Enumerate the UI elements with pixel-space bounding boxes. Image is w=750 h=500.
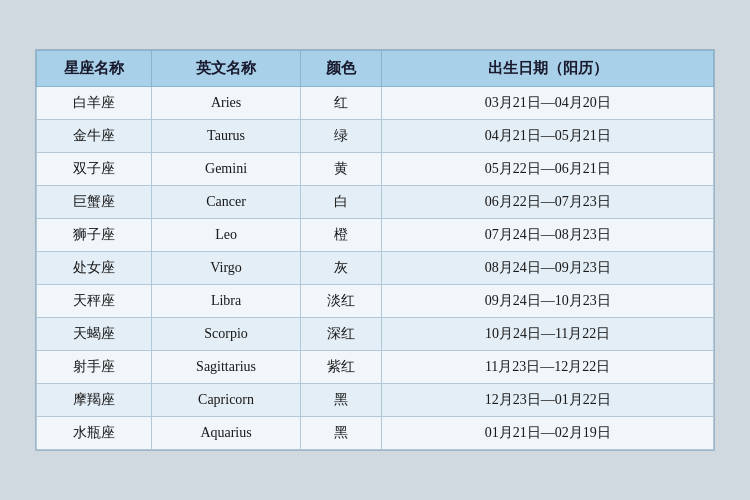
table-header-row: 星座名称 英文名称 颜色 出生日期（阳历） (37, 51, 714, 87)
cell-zh: 水瓶座 (37, 417, 152, 450)
table-row: 射手座Sagittarius紫红11月23日—12月22日 (37, 351, 714, 384)
cell-date: 09月24日—10月23日 (382, 285, 714, 318)
header-date: 出生日期（阳历） (382, 51, 714, 87)
cell-en: Sagittarius (152, 351, 301, 384)
cell-color: 白 (301, 186, 382, 219)
cell-date: 03月21日—04月20日 (382, 87, 714, 120)
cell-color: 橙 (301, 219, 382, 252)
cell-date: 06月22日—07月23日 (382, 186, 714, 219)
zodiac-table-container: 星座名称 英文名称 颜色 出生日期（阳历） 白羊座Aries红03月21日—04… (35, 49, 715, 451)
table-row: 摩羯座Capricorn黑12月23日—01月22日 (37, 384, 714, 417)
cell-en: Gemini (152, 153, 301, 186)
cell-color: 淡红 (301, 285, 382, 318)
table-row: 处女座Virgo灰08月24日—09月23日 (37, 252, 714, 285)
cell-date: 01月21日—02月19日 (382, 417, 714, 450)
cell-en: Aquarius (152, 417, 301, 450)
table-row: 巨蟹座Cancer白06月22日—07月23日 (37, 186, 714, 219)
cell-en: Libra (152, 285, 301, 318)
cell-zh: 天蝎座 (37, 318, 152, 351)
cell-color: 黄 (301, 153, 382, 186)
cell-date: 08月24日—09月23日 (382, 252, 714, 285)
cell-en: Scorpio (152, 318, 301, 351)
zodiac-table: 星座名称 英文名称 颜色 出生日期（阳历） 白羊座Aries红03月21日—04… (36, 50, 714, 450)
cell-zh: 巨蟹座 (37, 186, 152, 219)
cell-zh: 天秤座 (37, 285, 152, 318)
cell-color: 红 (301, 87, 382, 120)
cell-color: 黑 (301, 384, 382, 417)
cell-en: Aries (152, 87, 301, 120)
table-row: 金牛座Taurus绿04月21日—05月21日 (37, 120, 714, 153)
cell-color: 灰 (301, 252, 382, 285)
table-row: 双子座Gemini黄05月22日—06月21日 (37, 153, 714, 186)
cell-en: Cancer (152, 186, 301, 219)
cell-color: 紫红 (301, 351, 382, 384)
cell-zh: 双子座 (37, 153, 152, 186)
cell-zh: 金牛座 (37, 120, 152, 153)
cell-color: 绿 (301, 120, 382, 153)
cell-date: 11月23日—12月22日 (382, 351, 714, 384)
table-row: 天蝎座Scorpio深红10月24日—11月22日 (37, 318, 714, 351)
table-row: 天秤座Libra淡红09月24日—10月23日 (37, 285, 714, 318)
cell-color: 黑 (301, 417, 382, 450)
cell-zh: 白羊座 (37, 87, 152, 120)
cell-zh: 摩羯座 (37, 384, 152, 417)
table-row: 白羊座Aries红03月21日—04月20日 (37, 87, 714, 120)
cell-zh: 射手座 (37, 351, 152, 384)
cell-zh: 狮子座 (37, 219, 152, 252)
cell-en: Capricorn (152, 384, 301, 417)
cell-date: 12月23日—01月22日 (382, 384, 714, 417)
cell-date: 07月24日—08月23日 (382, 219, 714, 252)
cell-date: 05月22日—06月21日 (382, 153, 714, 186)
table-row: 狮子座Leo橙07月24日—08月23日 (37, 219, 714, 252)
cell-date: 10月24日—11月22日 (382, 318, 714, 351)
cell-zh: 处女座 (37, 252, 152, 285)
header-zh: 星座名称 (37, 51, 152, 87)
header-en: 英文名称 (152, 51, 301, 87)
cell-color: 深红 (301, 318, 382, 351)
cell-en: Leo (152, 219, 301, 252)
table-row: 水瓶座Aquarius黑01月21日—02月19日 (37, 417, 714, 450)
header-color: 颜色 (301, 51, 382, 87)
cell-en: Taurus (152, 120, 301, 153)
cell-date: 04月21日—05月21日 (382, 120, 714, 153)
cell-en: Virgo (152, 252, 301, 285)
